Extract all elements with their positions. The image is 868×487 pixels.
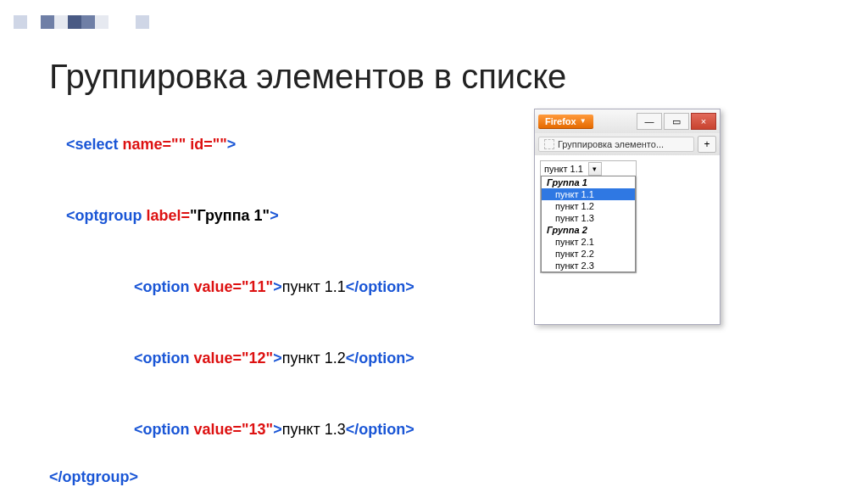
close-button[interactable]: × <box>691 113 716 130</box>
bracket: > <box>227 136 236 153</box>
code-example: <select name="" id=""> <optgroup label="… <box>49 109 415 487</box>
tab-bar: Группировка элементо... + <box>535 133 720 155</box>
chevron-down-icon: ▼ <box>580 117 587 125</box>
window-titlebar: Firefox ▼ — ▭ × <box>535 109 720 133</box>
attr-label: label= <box>147 207 191 224</box>
tag-option-open: <option <box>134 278 194 295</box>
browser-window: Firefox ▼ — ▭ × Группировка элементо... … <box>534 109 721 325</box>
tag-select-open: <select <box>66 136 123 153</box>
page-content: пункт 1.1 ▾ Группа 1 пункт 1.1 пункт 1.2… <box>535 155 720 324</box>
maximize-button[interactable]: ▭ <box>664 113 689 130</box>
attr-value: "Группа 1" <box>190 207 270 224</box>
browser-tab[interactable]: Группировка элементо... <box>538 137 694 152</box>
document-icon <box>544 139 554 149</box>
slide-decoration <box>0 15 149 29</box>
option-2-2[interactable]: пункт 2.2 <box>542 248 635 260</box>
firefox-menu-button[interactable]: Firefox ▼ <box>538 115 593 129</box>
select-element[interactable]: пункт 1.1 ▾ Группа 1 пункт 1.1 пункт 1.2… <box>540 160 637 273</box>
minimize-button[interactable]: — <box>637 113 662 130</box>
tag-optgroup-close: </optgroup> <box>49 468 138 485</box>
select-current-value: пункт 1.1 <box>544 164 583 174</box>
tag-optgroup-open: <optgroup <box>66 207 146 224</box>
optgroup-label-1: Группа 1 <box>542 176 635 188</box>
slide-title: Группировка элементов в списке <box>49 58 566 96</box>
attr-value-11: value="11" <box>194 278 274 295</box>
chevron-down-icon: ▾ <box>588 162 602 176</box>
new-tab-button[interactable]: + <box>698 136 716 153</box>
option-2-3[interactable]: пункт 2.3 <box>542 260 635 271</box>
firefox-label: Firefox <box>545 116 576 126</box>
option-1-3[interactable]: пункт 1.3 <box>542 212 635 224</box>
option-1-2[interactable]: пункт 1.2 <box>542 200 635 212</box>
select-closed[interactable]: пункт 1.1 ▾ <box>541 161 636 176</box>
bracket: > <box>270 207 279 224</box>
tab-title: Группировка элементо... <box>558 139 664 149</box>
optgroup-label-2: Группа 2 <box>542 224 635 236</box>
select-dropdown: Группа 1 пункт 1.1 пункт 1.2 пункт 1.3 Г… <box>541 176 636 272</box>
option-1-1[interactable]: пункт 1.1 <box>542 188 635 200</box>
option-2-1[interactable]: пункт 2.1 <box>542 236 635 248</box>
attr-name-id: name="" id="" <box>123 136 227 153</box>
